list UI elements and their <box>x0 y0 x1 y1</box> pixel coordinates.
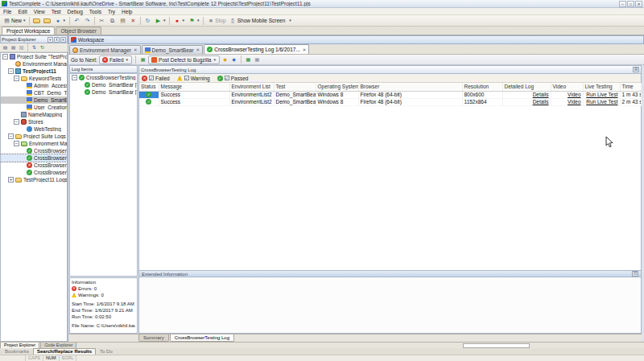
new-button[interactable]: ▤New▼ <box>2 16 27 26</box>
project-tree-item[interactable]: +TestProject11 Logs <box>1 176 67 183</box>
menu-item-tools[interactable]: Tools <box>86 9 105 14</box>
share-icon[interactable]: ◆ <box>230 56 237 64</box>
doc-tab-crossbrowsertesting-log-1-6-2017-[interactable]: ✓CrossBrowserTesting Log 1/6/2017...✕ <box>204 44 309 54</box>
stop-button[interactable]: ■Stop <box>205 16 227 26</box>
expander-plus-icon[interactable]: + <box>8 177 14 183</box>
explorer-properties-icon[interactable]: ▥ <box>18 44 25 51</box>
log-tab-crossbrowsertesting-log[interactable]: CrossBrowserTesting Log <box>170 334 234 342</box>
expander-minus-icon[interactable]: − <box>2 54 8 59</box>
post-defect-button[interactable]: Post Defect to Bugzilla ▼ <box>148 55 220 64</box>
log-link[interactable]: Run Live Test <box>583 98 620 105</box>
add-item-button[interactable] <box>42 16 52 26</box>
maximize-icon[interactable]: □ <box>627 1 634 7</box>
explorer-sort-icon[interactable]: ⇅ <box>31 44 38 51</box>
column-header-browser[interactable]: Browser <box>358 83 462 91</box>
object-browser-button[interactable]: ●▼ <box>52 16 67 26</box>
paste-button[interactable]: ▤ <box>118 16 128 26</box>
grid-view-icon[interactable]: ▦ <box>254 56 261 64</box>
project-tree-item[interactable]: Environment Manager <box>1 60 67 68</box>
project-tree-item[interactable]: ✓CrossBrowserTesting Log 1... <box>1 154 67 162</box>
collapse-extended-info-icon[interactable]: ⊡ <box>632 271 638 277</box>
run-routine-button[interactable]: ⚑▼ <box>187 16 201 26</box>
project-tree-item[interactable]: CBT_Demo_Test <box>1 89 67 96</box>
project-tree-item[interactable]: −Stores <box>1 118 67 125</box>
menu-item-view[interactable]: View <box>31 9 48 14</box>
undo-button[interactable]: ↶ <box>72 16 82 26</box>
explorer-refresh-icon[interactable]: ↻ <box>39 44 46 51</box>
expander-minus-icon[interactable]: − <box>14 141 19 146</box>
copy-button[interactable]: ⧉ <box>107 16 118 26</box>
column-header-resolution[interactable]: Resolution <box>462 83 502 91</box>
project-tree-item[interactable]: ✕CrossBrowserTesting Log 1... <box>1 162 67 169</box>
expander-minus-icon[interactable]: − <box>8 68 14 74</box>
status-cell[interactable]: ✓ <box>139 91 159 98</box>
expander-minus-icon[interactable]: − <box>14 76 19 81</box>
redo-button[interactable]: ↷ <box>82 16 93 26</box>
menu-item-file[interactable]: File <box>0 9 14 14</box>
expander-minus-icon[interactable]: − <box>8 133 14 139</box>
column-header-operating-system[interactable]: Operating System <box>316 83 358 91</box>
project-tree-item[interactable]: Demo_SmartBear <box>1 96 67 104</box>
project-tree-item[interactable]: Admin_Access <box>1 82 67 89</box>
project-tree-item[interactable]: ✓CrossBrowserTesting Log 1... <box>1 169 67 176</box>
dock-tab-to-do[interactable]: To Do <box>97 349 116 355</box>
project-tree-item[interactable]: ✓CrossBrowserTesting Log 1... <box>1 147 67 154</box>
column-header-time[interactable]: Time <box>620 83 641 91</box>
refresh-button[interactable]: ↻ <box>142 16 153 26</box>
filter-failed[interactable]: ✕✓Failed <box>142 76 170 81</box>
doc-tab-environment-manager[interactable]: Environment Manager✕ <box>69 45 141 54</box>
project-tree-item[interactable]: −KeywordTests <box>1 75 67 82</box>
log-link[interactable]: Video <box>551 98 583 105</box>
filter-passed[interactable]: ✓✓Passed <box>217 76 249 81</box>
status-cell[interactable]: ✓ <box>139 98 159 105</box>
export-log-icon[interactable]: ▦ <box>139 56 147 64</box>
run-test-button[interactable]: ▶▼ <box>153 16 167 26</box>
column-header-message[interactable]: Message <box>159 83 229 91</box>
panel-options-icon[interactable]: ⊟ <box>633 67 639 72</box>
open-project-button[interactable] <box>31 16 42 26</box>
failed-checkbox[interactable]: ✓ <box>149 76 154 80</box>
log-link[interactable]: Run Live Test <box>583 91 620 98</box>
project-tree-item[interactable]: −Project Suite "TestProject11" (1 proj..… <box>1 53 67 60</box>
log-tab-summary[interactable]: Summary <box>138 334 169 342</box>
close-icon[interactable]: ✕ <box>60 37 66 43</box>
column-header-live-testing[interactable]: Live Testing <box>583 83 620 91</box>
project-tree-item[interactable]: −Project Suite Logs <box>1 133 67 140</box>
table-view-icon[interactable]: ▦ <box>245 56 252 64</box>
close-tab-icon[interactable]: ✕ <box>134 47 138 52</box>
close-tab-icon[interactable]: ✕ <box>196 47 200 52</box>
project-tree-item[interactable]: WebTesting <box>1 125 67 133</box>
expander-minus-icon[interactable]: − <box>14 119 19 125</box>
log-link[interactable]: Details <box>502 91 551 98</box>
project-tree-item[interactable]: −Environment Manager Logs <box>1 140 67 147</box>
project-tree-item[interactable]: NameMapping <box>1 111 67 118</box>
close-icon[interactable]: ✕ <box>635 1 642 7</box>
log-row[interactable]: ✓SuccessEnvironmentList2Demo_SmartBearWi… <box>139 91 641 98</box>
passed-checkbox[interactable]: ✓ <box>225 76 229 80</box>
log-link[interactable]: Details <box>502 98 551 105</box>
dock-tab-bookmarks[interactable]: Bookmarks <box>2 349 32 355</box>
project-tree-item[interactable]: User_Creation <box>1 104 67 111</box>
column-header-environment-list[interactable]: Environment List <box>229 83 274 91</box>
menu-item-edit[interactable]: Edit <box>14 9 30 14</box>
cut-button[interactable]: ✂ <box>97 16 107 26</box>
menu-item-try[interactable]: Try <box>105 9 118 14</box>
log-row[interactable]: ✓SuccessEnvironmentList2Demo_SmartBearWi… <box>139 98 641 105</box>
column-header-video[interactable]: Video <box>551 83 583 91</box>
expander-minus-icon[interactable]: − <box>72 75 77 80</box>
menu-item-help[interactable]: Help <box>118 9 135 14</box>
explorer-add-icon[interactable]: ▤ <box>2 44 9 51</box>
project-tree-item[interactable]: −TestProject11 <box>1 68 67 75</box>
dock-tab-search-replace-results[interactable]: Search/Replace Results <box>33 348 96 355</box>
close-tab-icon[interactable]: ✕ <box>303 47 307 52</box>
tab-project-workspace[interactable]: Project Workspace <box>2 27 55 35</box>
show-mobile-screen-button[interactable]: ▯Show Mobile Screen <box>228 16 287 26</box>
menu-item-debug[interactable]: Debug <box>64 9 86 14</box>
warning-checkbox[interactable]: ✓ <box>184 76 189 80</box>
delete-button[interactable]: ✕ <box>128 16 138 26</box>
goto-failed-button[interactable]: ✕ Failed ▼ <box>99 55 132 64</box>
column-header-status[interactable]: Status <box>139 83 159 91</box>
column-header-detailed-log[interactable]: Detailed Log <box>502 83 551 91</box>
explorer-remove-icon[interactable]: ▦ <box>10 44 17 51</box>
notify-icon[interactable]: ◆ <box>221 56 229 64</box>
